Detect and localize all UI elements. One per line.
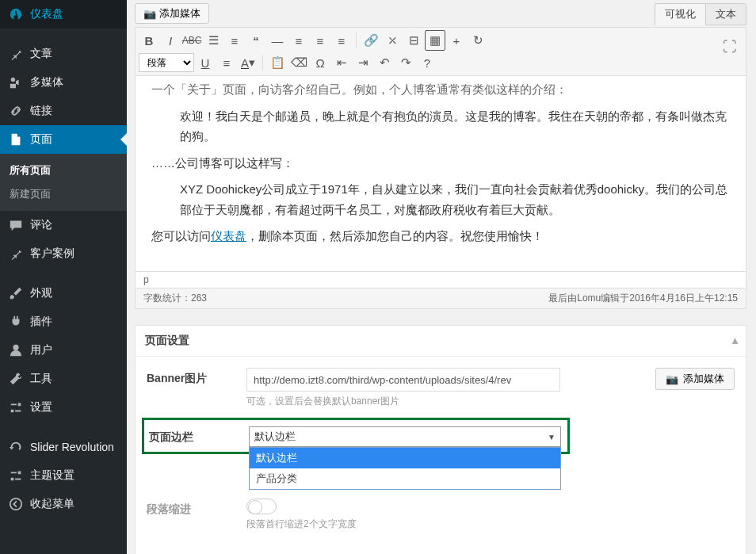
editor-body[interactable]: 一个「关于」页面，向访客介绍自己。例如，个人博客通常有类似这样的介绍： 欢迎！我…	[136, 76, 746, 271]
select-option[interactable]: 产品分类	[250, 468, 560, 489]
sidebar-item-label: 插件	[30, 315, 52, 329]
svg-point-2	[10, 499, 21, 510]
refresh-icon	[8, 439, 24, 455]
collapse-icon	[8, 496, 24, 512]
sidebar-item-users[interactable]: 用户	[0, 336, 127, 365]
editor-line: 一个「关于」页面，向访客介绍自己。例如，个人博客通常有类似这样的介绍：	[151, 79, 730, 100]
help-button[interactable]: ?	[417, 52, 437, 73]
sidebar-item-slider-revolution[interactable]: Slider Revolution	[0, 433, 127, 461]
brush-icon	[8, 285, 24, 301]
sidebar-item-theme-settings[interactable]: 主题设置	[0, 461, 127, 490]
bullet-list-button[interactable]: ☰	[203, 30, 223, 51]
underline-button[interactable]: U	[195, 52, 216, 73]
italic-button[interactable]: I	[160, 30, 181, 51]
field-label: Banner图片	[147, 368, 246, 386]
postbox-title[interactable]: 页面设置▴	[136, 326, 746, 357]
number-list-button[interactable]: ≡	[224, 30, 245, 51]
sidebar-item-label: 收起菜单	[30, 497, 74, 511]
sidebar-item-label: 用户	[30, 343, 52, 357]
sidebar-item-pages[interactable]: 页面	[0, 125, 127, 154]
redo-button[interactable]: ↷	[395, 52, 416, 73]
field-desc: 段落首行缩进2个文字宽度	[246, 518, 735, 531]
user-icon	[8, 342, 24, 358]
sidebar-item-label: 评论	[30, 218, 52, 232]
field-desc: 可选，设置后会替换默认banner图片	[246, 395, 643, 408]
admin-sidebar: 仪表盘 文章 多媒体 链接 页面 所有页面 新建页面 评论 客户案例 外观 插件…	[0, 0, 127, 554]
tool-icon	[8, 371, 24, 387]
strike-button[interactable]: ABC	[181, 30, 202, 51]
editor-tabs: 可视化 文本	[655, 3, 746, 25]
link-icon	[8, 103, 24, 119]
align-justify-button[interactable]: ≡	[216, 52, 237, 73]
banner-input[interactable]	[246, 368, 560, 392]
dashboard-icon	[8, 6, 24, 22]
camera-icon: 📷	[666, 373, 678, 385]
sidebar-item-links[interactable]: 链接	[0, 97, 127, 125]
editor-toolbar: B I ABC ☰ ≡ “ — ≡ ≡ ≡ 🔗 ⤫ ⊟ ▦ + ↻	[136, 28, 746, 76]
refresh-button[interactable]: ↻	[468, 30, 488, 51]
editor-line: 欢迎！我白天是个邮递员，晚上就是个有抱负的演员。这是我的博客。我住在天朝的帝都，…	[151, 106, 730, 147]
sidebar-item-label: Slider Revolution	[30, 441, 114, 453]
field-indent: 段落缩进 段落首行缩进2个文字宽度	[147, 499, 735, 531]
editor-line: XYZ Doohickey公司成立于1971年，自从建立以来，我们一直向社会贡献…	[151, 179, 730, 220]
fullscreen-button[interactable]: ⛶	[719, 36, 741, 58]
highlighted-sidebar-field: 页面边栏 默认边栏▼ 默认边栏 产品分类	[142, 418, 570, 454]
format-select[interactable]: 段落	[139, 53, 194, 72]
unlink-button[interactable]: ⤫	[382, 30, 403, 51]
sidebar-item-label: 文章	[30, 47, 52, 61]
sidebar-item-appearance[interactable]: 外观	[0, 279, 127, 308]
postbox-toggle-icon[interactable]: ▴	[732, 334, 738, 346]
paste-text-button[interactable]: 📋	[267, 52, 288, 73]
sidebar-item-plugins[interactable]: 插件	[0, 308, 127, 336]
sidebar-item-tools[interactable]: 工具	[0, 365, 127, 393]
sidebar-item-settings[interactable]: 设置	[0, 393, 127, 422]
tab-text[interactable]: 文本	[705, 3, 746, 25]
add-media-button[interactable]: 📷添加媒体	[135, 3, 209, 24]
submenu-item-all-pages[interactable]: 所有页面	[0, 159, 127, 182]
align-right-button[interactable]: ≡	[331, 30, 352, 51]
clear-format-button[interactable]: ⌫	[288, 52, 309, 73]
align-left-button[interactable]: ≡	[288, 30, 309, 51]
text-color-button[interactable]: A▾	[238, 52, 258, 73]
toolbar-toggle-button[interactable]: ▦	[425, 30, 445, 51]
settings-icon	[8, 468, 24, 483]
special-char-button[interactable]: Ω	[310, 52, 330, 73]
dashboard-link[interactable]: 仪表盘	[211, 229, 246, 243]
sidebar-item-label: 设置	[30, 400, 52, 415]
blockquote-button[interactable]: “	[246, 30, 266, 51]
wysiwyg-editor: ⛶ B I ABC ☰ ≡ “ — ≡ ≡ ≡ 🔗 ⤫ ⊟ ▦	[135, 27, 746, 309]
sidebar-item-media[interactable]: 多媒体	[0, 68, 127, 97]
indent-toggle[interactable]	[246, 499, 277, 514]
more-button[interactable]: ⊟	[403, 30, 424, 51]
page-settings-box: 页面设置▴ Banner图片 可选，设置后会替换默认banner图片 📷添加媒体…	[135, 325, 746, 554]
field-label: 段落缩进	[147, 499, 246, 517]
select-dropdown: 默认边栏 产品分类	[249, 447, 561, 490]
last-edit: 最后由Lomu编辑于2016年4月16日上午12:15	[548, 292, 738, 305]
sidebar-item-posts[interactable]: 文章	[0, 40, 127, 68]
sidebar-item-comments[interactable]: 评论	[0, 211, 127, 239]
hr-button[interactable]: —	[267, 30, 288, 51]
sidebar-item-label: 链接	[30, 104, 52, 118]
bold-button[interactable]: B	[139, 30, 159, 51]
tab-visual[interactable]: 可视化	[655, 3, 705, 25]
submenu-item-new-page[interactable]: 新建页面	[0, 182, 127, 206]
field-banner: Banner图片 可选，设置后会替换默认banner图片 📷添加媒体	[147, 368, 735, 408]
insert-button[interactable]: +	[446, 30, 467, 51]
link-button[interactable]: 🔗	[361, 30, 381, 51]
page-icon	[8, 132, 24, 147]
sidebar-item-label: 工具	[30, 372, 52, 386]
editor-statusbar: 字数统计：263 最后由Lomu编辑于2016年4月16日上午12:15	[136, 288, 746, 308]
sidebar-item-cases[interactable]: 客户案例	[0, 239, 127, 268]
outdent-button[interactable]: ⇤	[331, 52, 352, 73]
sidebar-item-dashboard[interactable]: 仪表盘	[0, 0, 127, 29]
field-label: 页面边栏	[149, 426, 249, 445]
add-media-button-small[interactable]: 📷添加媒体	[655, 368, 735, 390]
svg-point-1	[13, 345, 18, 350]
align-center-button[interactable]: ≡	[310, 30, 330, 51]
sidebar-item-collapse[interactable]: 收起菜单	[0, 490, 127, 518]
page-sidebar-select[interactable]: 默认边栏▼	[249, 426, 561, 447]
undo-button[interactable]: ↶	[374, 52, 395, 73]
indent-button[interactable]: ⇥	[353, 52, 373, 73]
select-option[interactable]: 默认边栏	[250, 448, 560, 468]
sidebar-item-label: 仪表盘	[30, 7, 63, 21]
